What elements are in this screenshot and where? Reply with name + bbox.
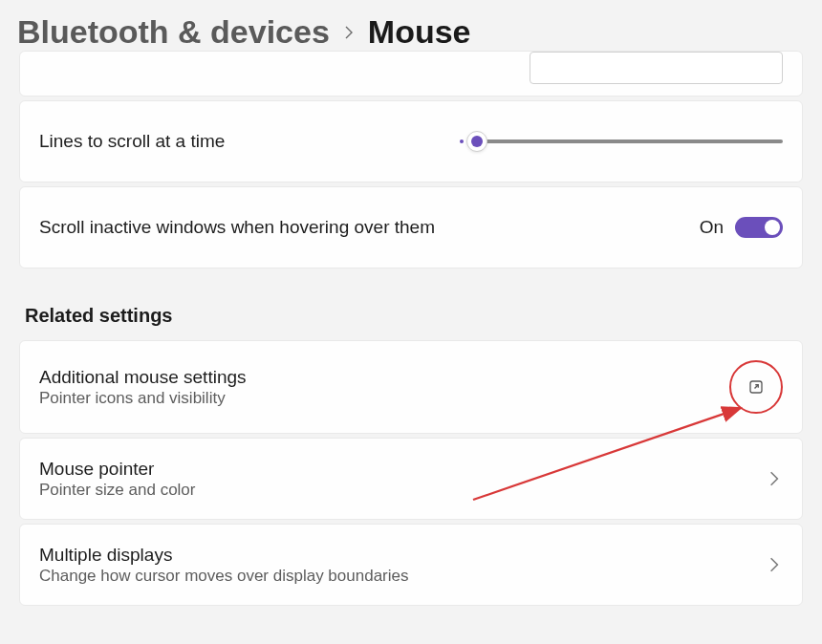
lines-to-scroll-card: Lines to scroll at a time [19,100,803,182]
lines-to-scroll-label: Lines to scroll at a time [39,131,460,152]
slider-track[interactable] [471,140,783,143]
chevron-right-icon [341,19,357,46]
link-title: Additional mouse settings [39,367,729,388]
slider-min-dot [460,140,464,143]
breadcrumb-current: Mouse [368,13,471,51]
link-title: Mouse pointer [39,459,766,480]
scroll-inactive-toggle[interactable] [735,217,783,238]
additional-mouse-settings-link[interactable]: Additional mouse settings Pointer icons … [19,340,803,434]
link-title: Multiple displays [39,545,766,566]
scroll-wheel-select[interactable] [530,52,783,84]
toggle-state-text: On [700,217,724,238]
link-subtitle: Change how cursor moves over display bou… [39,567,766,586]
breadcrumb-parent[interactable]: Bluetooth & devices [17,13,330,51]
toggle-knob [765,220,780,235]
link-subtitle: Pointer size and color [39,481,766,500]
mouse-pointer-link[interactable]: Mouse pointer Pointer size and color [19,438,803,520]
chevron-right-icon [766,470,783,487]
link-subtitle: Pointer icons and visibility [39,389,729,408]
scroll-inactive-label: Scroll inactive windows when hovering ov… [39,217,700,238]
annotation-circle [729,360,783,414]
related-settings-title: Related settings [25,305,803,327]
scroll-wheel-setting-card [19,51,803,97]
multiple-displays-link[interactable]: Multiple displays Change how cursor move… [19,524,803,606]
slider-thumb[interactable] [466,131,487,152]
chevron-right-icon [766,556,783,573]
lines-slider[interactable] [460,140,783,143]
scroll-inactive-card: Scroll inactive windows when hovering ov… [19,186,803,268]
